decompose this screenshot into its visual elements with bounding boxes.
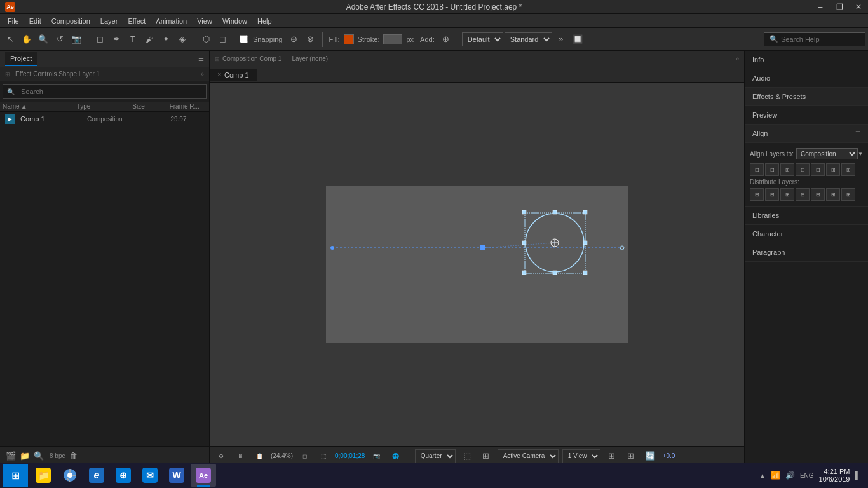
comp-viewer[interactable] [210, 83, 744, 446]
expand-btn[interactable]: » [553, 32, 569, 47]
col-frame-header[interactable]: Frame R... [170, 103, 207, 110]
menu-help[interactable]: Help [252, 16, 277, 26]
menu-animation[interactable]: Animation [151, 16, 192, 26]
align-menu-icon[interactable]: ☰ [855, 130, 860, 137]
align-center-v-btn[interactable]: ⊟ [811, 163, 825, 176]
comp-size-btn[interactable]: ⬚ [316, 449, 331, 464]
search-help-input[interactable] [781, 36, 868, 43]
start-button[interactable]: ⊞ [3, 464, 28, 487]
menu-edit[interactable]: Edit [24, 16, 46, 26]
view-options-btn[interactable]: ⊞ [604, 449, 620, 464]
select-tool[interactable]: ↖ [3, 32, 18, 47]
align-center-h-btn[interactable]: ⊟ [765, 163, 779, 176]
grid-btn[interactable]: ⊞ [623, 449, 639, 464]
menu-effect[interactable]: Effect [123, 16, 151, 26]
taskbar-time[interactable]: 4:21 PM 10/6/2019 [819, 468, 850, 483]
network-icon[interactable]: 📶 [771, 471, 780, 480]
close-button[interactable]: ✕ [849, 0, 868, 14]
taskbar-aftereffects[interactable]: Ae [191, 464, 216, 487]
taskbar-chrome[interactable] [57, 464, 83, 487]
dist-right-btn[interactable]: ⊞ [780, 188, 794, 201]
maximize-button[interactable]: ❐ [830, 0, 849, 14]
view-dropdown[interactable]: 1 View [562, 449, 600, 463]
window-controls[interactable]: – ❐ ✕ [811, 0, 868, 14]
quality-dropdown[interactable]: Quarter [415, 449, 456, 463]
comp-settings-btn[interactable]: ⚙ [214, 449, 229, 464]
dist-left-btn[interactable]: ⊞ [750, 188, 764, 201]
new-folder-btn[interactable]: 📁 [19, 451, 31, 462]
comp-regions-btn[interactable]: 📋 [252, 449, 267, 464]
zoom-fit-btn[interactable]: ◻ [297, 449, 312, 464]
menu-view[interactable]: View [192, 16, 217, 26]
dist-bottom-btn[interactable]: ⊞ [826, 188, 840, 201]
taskbar-edge[interactable]: ⊕ [111, 464, 136, 487]
effects-presets-panel-item[interactable]: Effects & Presets [745, 88, 868, 106]
show-desktop-btn[interactable]: ▌ [855, 471, 860, 480]
libraries-panel-item[interactable]: Libraries [745, 207, 868, 225]
dist-last-btn[interactable]: ⊞ [841, 188, 855, 201]
camera-dropdown[interactable]: Active Camera [498, 449, 559, 463]
paragraph-panel-item[interactable]: Paragraph [745, 243, 868, 262]
align-last-btn[interactable]: ⊞ [841, 163, 855, 176]
align-to-dropdown[interactable]: Composition [796, 148, 858, 159]
hand-tool[interactable]: ✋ [19, 32, 34, 47]
menu-composition[interactable]: Composition [46, 16, 95, 26]
align-bottom-btn[interactable]: ⊞ [826, 163, 840, 176]
search-help-container[interactable]: 🔍 [764, 32, 865, 46]
zoom-tool[interactable]: 🔍 [36, 32, 51, 47]
puppet-tool[interactable]: ⬡ [198, 32, 214, 47]
snapping-btn[interactable]: ⊕ [287, 32, 302, 47]
col-type-header[interactable]: Type [77, 103, 133, 110]
pixel-ratio-btn[interactable]: ⊞ [478, 449, 494, 464]
pen-tool[interactable]: ✒ [109, 32, 124, 47]
snapping-checkbox[interactable] [240, 35, 248, 43]
standard-dropdown[interactable]: Standard [505, 32, 552, 46]
align-right-btn[interactable]: ⊞ [780, 163, 794, 176]
dist-center-h-btn[interactable]: ⊟ [765, 188, 779, 201]
brush-tool[interactable]: 🖌 [142, 32, 157, 47]
character-panel-item[interactable]: Character [745, 225, 868, 243]
align-panel-item[interactable]: Align ☰ [745, 125, 868, 143]
taskbar-ie[interactable]: e [84, 464, 109, 487]
project-menu-icon[interactable]: ☰ [198, 55, 204, 62]
menu-layer[interactable]: Layer [95, 16, 123, 26]
align-top-btn[interactable]: ⊞ [796, 163, 810, 176]
text-tool[interactable]: T [125, 32, 140, 47]
taskbar-explorer[interactable]: 📁 [31, 464, 56, 487]
mask-tool[interactable]: ◻ [92, 32, 107, 47]
snapshot-btn[interactable]: 📷 [369, 449, 384, 464]
tray-up-arrow[interactable]: ▲ [759, 472, 766, 479]
rotate-tool[interactable]: ↺ [52, 32, 67, 47]
preview-panel-item[interactable]: Preview [745, 106, 868, 125]
col-name-header[interactable]: Name ▲ [3, 103, 77, 110]
taskbar-word[interactable]: W [164, 464, 189, 487]
search-project-btn[interactable]: 🔍 [33, 451, 44, 462]
zoom-btn[interactable]: 🔲 [570, 32, 585, 47]
menu-window[interactable]: Window [217, 16, 252, 26]
dist-top-btn[interactable]: ⊞ [796, 188, 810, 201]
comp1-tab-close[interactable]: ✕ [217, 72, 222, 78]
preview-draft-btn[interactable]: 🔄 [642, 449, 658, 464]
stroke-color[interactable] [383, 34, 402, 44]
minimize-button[interactable]: – [811, 0, 830, 14]
comp-timecode[interactable]: 0;00;01;28 [335, 452, 365, 459]
align-left-btn[interactable]: ⊞ [750, 163, 764, 176]
delete-btn[interactable]: 🗑 [67, 451, 79, 462]
prop-btn[interactable]: ⊗ [303, 32, 318, 47]
shape-tool[interactable]: ◻ [215, 32, 230, 47]
ec-expand[interactable]: » [200, 71, 204, 78]
comp-expand[interactable]: » [735, 55, 739, 62]
show-snapshot-btn[interactable]: 🌐 [388, 449, 403, 464]
project-tab[interactable]: Project [5, 52, 37, 66]
taskbar-outlook[interactable]: ✉ [137, 464, 163, 487]
comp-render-btn[interactable]: 🖥 [233, 449, 248, 464]
comp-zoom[interactable]: (24.4%) [271, 452, 293, 459]
fill-color[interactable] [344, 34, 354, 44]
stamp-tool[interactable]: ✦ [158, 32, 173, 47]
menu-file[interactable]: File [3, 16, 24, 26]
col-size-header[interactable]: Size [132, 103, 169, 110]
eraser-tool[interactable]: ◈ [175, 32, 190, 47]
language-label[interactable]: ENG [800, 472, 814, 479]
full-screen-btn[interactable]: ⬚ [459, 449, 475, 464]
volume-icon[interactable]: 🔊 [785, 471, 795, 480]
